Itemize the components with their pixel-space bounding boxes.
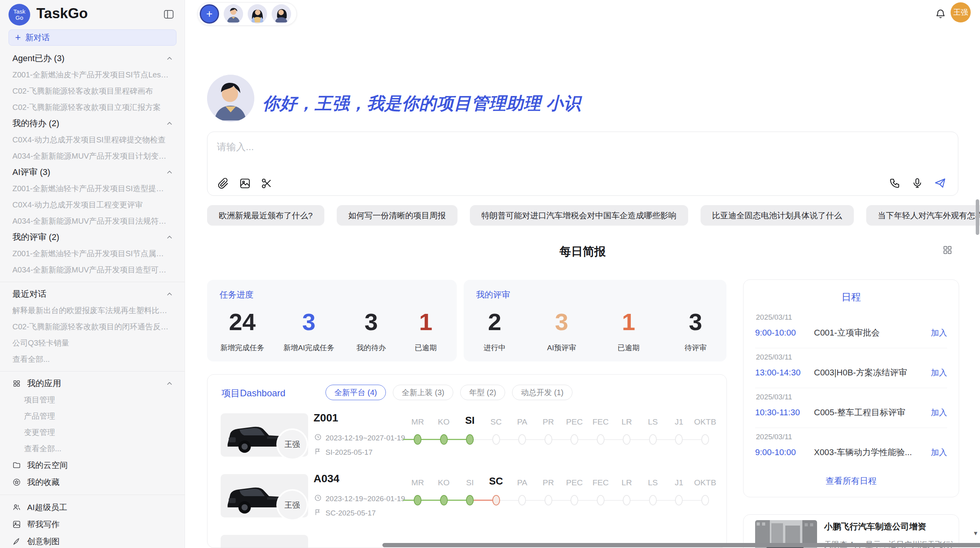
stat-label: AI预评审 — [544, 343, 579, 353]
avatar[interactable] — [224, 4, 243, 24]
divider — [0, 495, 185, 495]
dashboard-filter-chip[interactable]: 全新平台 (4) — [326, 385, 386, 400]
conversation-item[interactable]: A034-全新新能源MUV产品开发项目计划变更表编写 — [0, 148, 185, 164]
milestone-dot-cell — [509, 434, 535, 445]
dashboard-filter-chip[interactable]: 动总开发 (1) — [512, 385, 572, 400]
taskgo-app: Task Go TaskGo + 新对话 Agent已办 (3)Z001-全新燃… — [0, 0, 980, 548]
join-meeting-link[interactable]: 加入 — [931, 407, 947, 418]
section-label: AI评审 (3) — [12, 166, 165, 178]
sidebar-item-my-apps[interactable]: 我的应用 — [0, 375, 185, 392]
conversation-item[interactable]: A034-全新新能源MUV产品开发项目法规符合性评审 — [0, 213, 185, 229]
sidebar: Task Go TaskGo + 新对话 Agent已办 (3)Z001-全新燃… — [0, 0, 185, 548]
star-icon — [12, 478, 21, 486]
user-avatar[interactable]: 王强 — [951, 2, 971, 22]
project-row: 王强Z0012023-12-19~2027-01-19SI-2025-05-17… — [207, 409, 726, 469]
milestone-dot — [466, 495, 474, 505]
sidebar-collapse-icon[interactable] — [163, 9, 175, 20]
app-logo: Task Go — [9, 4, 30, 26]
join-meeting-link[interactable]: 加入 — [931, 447, 947, 458]
project-dates: 2023-12-19~2026-01-19 — [314, 494, 405, 503]
sidebar-item-creative-draw[interactable]: 创意制图 — [0, 533, 185, 548]
conversation-item[interactable]: 公司Q3轻卡销量 — [0, 335, 185, 351]
conversation-item[interactable]: C0X4-动力总成开发项目SI里程碑提交物检查 — [0, 132, 185, 148]
conversation-item[interactable]: C02-飞腾新能源轻客改款项目的闭环通告反馈情况 — [0, 319, 185, 335]
conversation-item[interactable]: Z001-全新燃油轻卡产品开发项目SI造型提交物评审 — [0, 180, 185, 197]
stat-label: 已逾期 — [408, 343, 444, 353]
view-all-link[interactable]: 查看全部... — [0, 351, 185, 367]
schedule-list: 2025/03/119:00-10:00C001-立项审批会加入2025/03/… — [755, 308, 947, 468]
conversation-item[interactable]: C02-飞腾新能源轻客改款项目立项汇报方案 — [0, 99, 185, 115]
conversation-item[interactable]: C02-飞腾新能源轻客改款项目里程碑画布 — [0, 83, 185, 99]
section-header-recent[interactable]: 最近对话 — [0, 286, 185, 302]
view-all-link[interactable]: 查看全部... — [0, 440, 185, 457]
chevron-up-icon — [165, 168, 174, 176]
join-meeting-link[interactable]: 加入 — [931, 367, 947, 378]
schedule-item: 2025/03/1113:00-14:30C003|H0B-方案冻结评审加入 — [755, 348, 947, 388]
app-item[interactable]: 项目管理 — [0, 392, 185, 408]
dashboard-filter-chip[interactable]: 年型 (2) — [460, 385, 505, 400]
layout-grid-icon[interactable] — [942, 245, 953, 255]
screenshot-scissors-icon[interactable] — [261, 178, 272, 189]
sidebar-item-cloud-space[interactable]: 我的云空间 — [0, 457, 185, 474]
project-car-image — [221, 535, 308, 548]
milestone-dot — [414, 434, 421, 445]
send-icon[interactable] — [934, 177, 946, 189]
milestone-dot-cell — [666, 434, 692, 445]
clock-icon — [314, 433, 322, 443]
stat-label: 待评审 — [678, 343, 713, 353]
view-all-schedule-link[interactable]: 查看所有日程 — [744, 475, 959, 487]
suggestion-chip[interactable]: 欧洲新规最近颁布了什么? — [207, 205, 324, 226]
app-item[interactable]: 产品管理 — [0, 408, 185, 424]
conversation-item[interactable]: Z001-全新燃油皮卡产品开发项目SI节点Lesson Learn报告 — [0, 67, 185, 83]
image-icon — [12, 520, 21, 529]
flag-icon — [314, 448, 322, 457]
milestone-label: MR — [405, 417, 430, 426]
app-title: TaskGo — [36, 5, 88, 22]
notification-bell-icon[interactable] — [935, 8, 946, 19]
join-meeting-link[interactable]: 加入 — [931, 327, 947, 338]
conversation-item[interactable]: A034-全新新能源MUV产品开发项目造型可行性评审 — [0, 262, 185, 278]
suggestion-chip[interactable]: 当下年轻人对汽车外观有怎样的喜好趋势 — [866, 205, 980, 226]
app-item[interactable]: 变更管理 — [0, 424, 185, 440]
chevron-up-icon — [165, 54, 174, 63]
milestone-dots — [405, 434, 718, 445]
voice-call-icon[interactable] — [889, 177, 901, 189]
sidebar-item-write-helper[interactable]: 帮我写作 — [0, 516, 185, 533]
schedule-title: 日程 — [744, 291, 959, 303]
section-header[interactable]: 我的待办 (2) — [0, 115, 185, 132]
conversation-item[interactable]: 解释最新出台的欧盟报废车法规再生塑料比例被调至15%... — [0, 302, 185, 319]
conversation-item[interactable]: Z001-全新燃油轻卡产品开发项目SI节点属性5D文件评审 — [0, 245, 185, 262]
milestone-label: PEC — [562, 478, 587, 487]
milestone-dot-cell — [457, 495, 483, 505]
composer-input[interactable] — [217, 139, 759, 154]
suggestion-chip[interactable]: 如何写一份清晰的项目周报 — [337, 205, 457, 226]
section-header[interactable]: AI评审 (3) — [0, 164, 185, 180]
assistant-avatar — [207, 75, 254, 122]
new-chat-label: 新对话 — [26, 32, 50, 43]
new-chat-button[interactable]: + 新对话 — [9, 29, 176, 46]
vertical-scrollbar-thumb[interactable] — [976, 199, 979, 235]
owner-badge: 王强 — [278, 491, 307, 519]
milestone-dot-cell — [405, 434, 430, 445]
horizontal-scrollbar-thumb[interactable] — [382, 543, 980, 547]
avatar[interactable] — [248, 4, 267, 24]
milestone-dot-cell — [640, 434, 666, 445]
sidebar-item-favorites[interactable]: 我的收藏 — [0, 474, 185, 491]
suggestion-chip[interactable]: 特朗普可能对进口汽车增税会对中国车企造成哪些影响 — [470, 205, 688, 226]
avatar[interactable] — [272, 4, 291, 24]
attachment-icon[interactable] — [218, 178, 229, 189]
dashboard-filter-chip[interactable]: 全新上装 (3) — [393, 385, 453, 400]
conversation-item[interactable]: C0X4-动力总成开发项目工程变更评审 — [0, 197, 185, 213]
project-flag-text: SI-2025-05-17 — [326, 448, 372, 457]
section-header[interactable]: Agent已办 (3) — [0, 50, 185, 67]
add-conversation-button[interactable]: + — [200, 4, 219, 24]
folder-icon — [12, 461, 21, 469]
sidebar-item-ai-staff[interactable]: AI超级员工 — [0, 499, 185, 516]
milestone-dot-cell — [692, 495, 718, 505]
sidebar-item-label: 我的收藏 — [27, 477, 60, 488]
microphone-icon[interactable] — [911, 177, 923, 189]
suggestion-chip[interactable]: 比亚迪全固态电池计划具体说了什么 — [701, 205, 854, 226]
image-upload-icon[interactable] — [239, 178, 251, 189]
scroll-down-arrow-icon[interactable]: ▼ — [973, 530, 978, 536]
section-header[interactable]: 我的评审 (2) — [0, 229, 185, 245]
